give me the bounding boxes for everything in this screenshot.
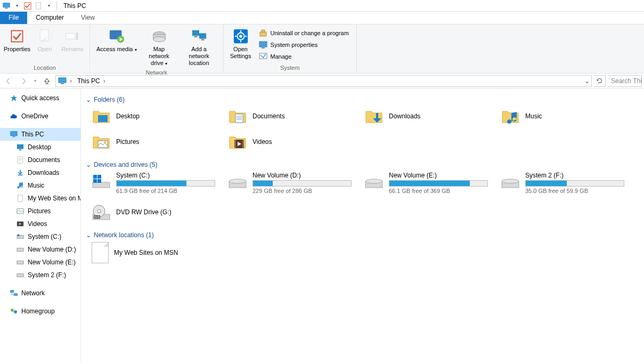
drive-label: New Volume (E:): [389, 172, 490, 179]
netloc-msn[interactable]: My Web Sites on MSN: [92, 242, 644, 263]
sidebar-item-desktop[interactable]: Desktop: [0, 141, 80, 154]
properties-check-icon[interactable]: [23, 2, 32, 10]
sidebar-item-label: New Volume (E:): [28, 259, 76, 266]
open-settings-label: Open Settings: [230, 46, 251, 60]
group-header-netloc[interactable]: ⌄ Network locations (1): [85, 228, 644, 242]
sidebar-item-system2-f[interactable]: System 2 (F:): [0, 269, 80, 281]
chevron-down-icon[interactable]: ▾: [13, 2, 21, 10]
sidebar-item-documents[interactable]: Documents: [0, 154, 80, 166]
drive-fill: [526, 181, 567, 186]
svg-rect-14: [199, 33, 206, 38]
svg-rect-30: [61, 83, 64, 84]
search-input[interactable]: Search Thi: [608, 75, 642, 87]
open-label: Open: [38, 46, 52, 53]
forward-button[interactable]: [17, 75, 30, 87]
folder-videos[interactable]: Videos: [228, 132, 364, 151]
tab-computer[interactable]: Computer: [27, 12, 72, 24]
sidebar-item-downloads[interactable]: Downloads: [0, 166, 80, 179]
svg-rect-45: [17, 261, 23, 264]
settings-gear-icon: [232, 28, 249, 45]
sidebar-item-this-pc[interactable]: This PC: [0, 128, 80, 141]
sidebar-item-music[interactable]: Music: [0, 179, 80, 192]
svg-rect-6: [66, 34, 76, 39]
recent-dropdown[interactable]: ▾: [32, 75, 38, 87]
qat-dropdown-icon[interactable]: ▾: [45, 2, 53, 10]
sidebar-item-network[interactable]: Network: [0, 287, 80, 300]
group-header-label: Folders (6): [94, 96, 125, 103]
svg-rect-61: [234, 140, 236, 148]
sidebar-item-onedrive[interactable]: OneDrive: [0, 110, 80, 123]
sidebar-item-label: Homegroup: [21, 308, 55, 315]
svg-point-73: [502, 179, 519, 183]
drive-system-c[interactable]: System (C:) 61.9 GB free of 214 GB: [92, 172, 228, 194]
sidebar-item-quick-access[interactable]: Quick access: [0, 92, 80, 104]
open-icon: [36, 28, 53, 45]
sidebar-item-volume-e[interactable]: New Volume (E:): [0, 256, 80, 269]
access-media-label: Access media ▾: [96, 46, 137, 53]
svg-rect-1: [5, 7, 7, 9]
folder-documents[interactable]: Documents: [228, 107, 364, 126]
manage-button[interactable]: Manage: [257, 51, 351, 62]
document-icon: [16, 194, 25, 203]
address-dropdown[interactable]: ⌄: [583, 77, 591, 85]
chevron-right-icon[interactable]: ›: [102, 77, 107, 85]
uninstall-button[interactable]: Uninstall or change a program: [257, 28, 351, 38]
svg-rect-32: [12, 136, 15, 138]
map-drive-button[interactable]: Map network drive ▾: [140, 27, 178, 68]
svg-rect-64: [93, 175, 97, 179]
downloads-icon: [16, 168, 25, 177]
videos-folder-icon: [228, 132, 247, 151]
address-bar[interactable]: › This PC › ⌄: [55, 75, 592, 87]
address-seg-thispc[interactable]: This PC ›: [75, 77, 109, 85]
videos-icon: [16, 220, 25, 228]
sidebar-item-volume-d[interactable]: New Volume (D:): [0, 243, 80, 256]
add-network-location-button[interactable]: Add a network location: [178, 27, 220, 68]
svg-rect-33: [17, 144, 23, 149]
group-header-folders[interactable]: ⌄ Folders (6): [85, 93, 644, 107]
tab-view[interactable]: View: [72, 12, 103, 24]
drive-capacity-bar: [116, 180, 215, 187]
folder-label: Pictures: [116, 138, 139, 146]
folder-music[interactable]: Music: [501, 107, 637, 126]
svg-rect-63: [93, 182, 110, 188]
refresh-button[interactable]: [594, 75, 606, 87]
drive-system2-f[interactable]: System 2 (F:) 35.0 GB free of 59.9 GB: [501, 172, 637, 194]
ribbon-group-location: Properties Open Rename Location: [0, 25, 90, 73]
blank-doc-icon[interactable]: [34, 2, 43, 10]
svg-point-76: [97, 209, 101, 213]
folder-pictures[interactable]: Pictures: [92, 132, 228, 151]
music-icon: [16, 181, 25, 190]
chevron-down-icon: ⌄: [85, 231, 92, 239]
sidebar-item-label: System 2 (F:): [28, 271, 66, 279]
sidebar-item-pictures[interactable]: Pictures: [0, 205, 80, 217]
network-icon: [10, 289, 18, 297]
group-header-drives[interactable]: ⌄ Devices and drives (5): [85, 158, 644, 172]
sidebar-item-system-c[interactable]: System (C:): [0, 230, 80, 243]
sidebar-item-label: System (C:): [28, 233, 61, 240]
sidebar-item-homegroup[interactable]: Homegroup: [0, 305, 80, 318]
system-properties-button[interactable]: System properties: [257, 39, 351, 50]
svg-rect-27: [262, 47, 265, 49]
drive-volume-d[interactable]: New Volume (D:) 229 GB free of 286 GB: [228, 172, 364, 194]
address-root[interactable]: ›: [56, 77, 75, 85]
back-button[interactable]: [2, 75, 15, 87]
sidebar-item-mywebsites[interactable]: My Web Sites on M: [0, 192, 80, 205]
map-drive-icon: [151, 28, 168, 45]
quick-access-toolbar: ▾ ▾: [0, 2, 60, 10]
drive-fill: [117, 181, 186, 186]
chevron-right-icon[interactable]: ›: [69, 77, 73, 85]
group-header-label: Network locations (1): [94, 231, 154, 239]
open-settings-button[interactable]: Open Settings: [227, 27, 255, 61]
folder-desktop[interactable]: Desktop: [92, 107, 228, 126]
tab-file[interactable]: File: [0, 12, 27, 24]
ribbon-group-network: Access media ▾ Map network drive ▾ Add a…: [90, 25, 224, 73]
drive-volume-e[interactable]: New Volume (E:) 66.1 GB free of 369 GB: [364, 172, 501, 194]
folder-downloads[interactable]: Downloads: [364, 107, 501, 126]
up-button[interactable]: [40, 75, 53, 87]
sidebar-item-videos[interactable]: Videos: [0, 217, 80, 230]
monitor-icon: [10, 130, 18, 139]
access-media-button[interactable]: Access media ▾: [93, 27, 140, 54]
properties-button[interactable]: Properties: [3, 27, 31, 54]
drive-icon: [16, 232, 25, 241]
drive-dvd-g[interactable]: DVD DVD RW Drive (G:): [92, 203, 228, 222]
